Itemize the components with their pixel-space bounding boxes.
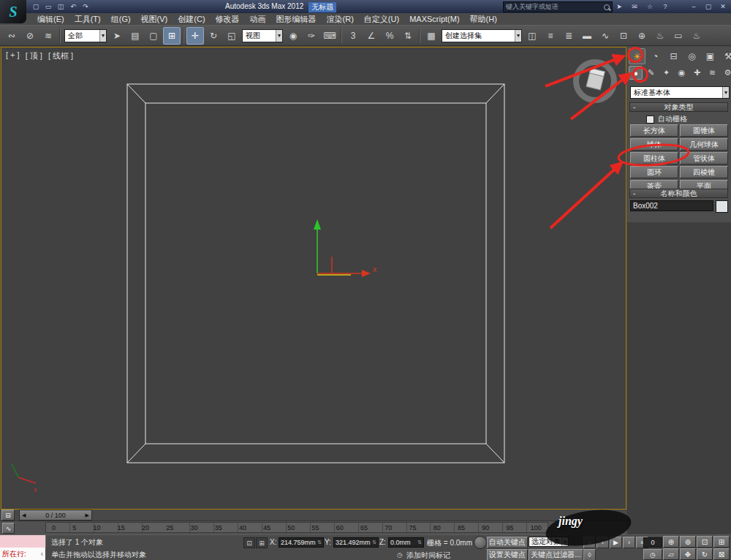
favorites-icon[interactable]: ☆	[645, 1, 655, 11]
menu-item[interactable]: 视图(V)	[136, 14, 173, 25]
viewport-menu-shading[interactable]: [ 线框 ]	[48, 50, 73, 61]
next-frame-button[interactable]: ›	[623, 537, 635, 548]
maxscript-mini-listener-pink[interactable]	[0, 535, 46, 548]
auto-key-button[interactable]: 自动关键点	[487, 537, 528, 548]
chevron-down-icon[interactable]: ▾	[276, 30, 282, 42]
subtab-geometry[interactable]: ●	[629, 66, 643, 80]
menu-item[interactable]: 渲染(R)	[322, 14, 359, 25]
autogrid-checkbox[interactable]	[646, 116, 654, 124]
tab-create[interactable]: ☀	[629, 48, 645, 64]
z-coord-field[interactable]: 0.0mm ⇅	[388, 537, 424, 548]
primitive-button[interactable]: 管状体	[680, 152, 728, 164]
schematic-view-icon[interactable]: ⊡	[615, 27, 632, 45]
chevron-down-icon[interactable]: ▾	[99, 30, 106, 42]
rollout-collapse-icon[interactable]: -	[633, 103, 635, 111]
new-scene-icon[interactable]: ▢	[31, 1, 41, 11]
primitive-button[interactable]: 长方体	[630, 124, 678, 137]
tab-motion[interactable]: ◎	[683, 48, 700, 64]
select-by-name-icon[interactable]: ▤	[126, 27, 144, 45]
window-crossing-icon[interactable]: ⊞	[163, 27, 181, 45]
zoom-all-icon[interactable]: ⊛	[680, 536, 696, 548]
pan-icon[interactable]: ✥	[680, 548, 696, 560]
subtab-helpers[interactable]: ✚	[690, 66, 704, 80]
select-and-scale-icon[interactable]: ◱	[223, 27, 240, 45]
select-and-link-icon[interactable]: ∾	[3, 27, 20, 45]
viewport-canvas[interactable]: x x	[1, 48, 626, 509]
rollout-name-color[interactable]: - 名称和颜色	[629, 189, 728, 198]
key-mode-toggle-button[interactable]: ◊	[583, 549, 596, 560]
set-key-button[interactable]: 设置关键点	[487, 549, 528, 560]
tab-utilities[interactable]: ⚒	[720, 48, 731, 64]
listener-scroll-icon[interactable]: ‹	[41, 550, 43, 558]
align-icon[interactable]: ≡	[542, 27, 559, 45]
use-pivot-center-icon[interactable]: ◉	[284, 27, 302, 45]
add-time-tag-text[interactable]: 添加时间标记	[406, 550, 450, 560]
viewport-menu-general[interactable]: [ + ]	[6, 50, 20, 61]
named-selection-set-dropdown[interactable]: 创建选择集 ▾	[442, 29, 522, 42]
select-and-rotate-icon[interactable]: ↻	[205, 27, 222, 45]
object-color-swatch[interactable]	[716, 200, 728, 213]
menu-item[interactable]: 修改器	[211, 14, 245, 25]
x-coord-field[interactable]: 214.759mm ⇅	[279, 537, 324, 548]
zoom-extents-all-icon[interactable]: ⊞	[713, 536, 730, 548]
save-file-icon[interactable]: ◫	[56, 1, 66, 11]
minimize-button[interactable]: –	[689, 1, 699, 11]
infocenter-search-input[interactable]: 键入关键字或短语	[503, 1, 613, 12]
track-bar-ruler[interactable]: 0510152025303540455055606570758085909510…	[45, 522, 548, 533]
layer-manager-icon[interactable]: ≣	[560, 27, 577, 45]
redo-icon[interactable]: ↷	[80, 1, 91, 11]
subtab-lights[interactable]: ✦	[659, 66, 673, 80]
render-production-icon[interactable]: ♨	[688, 27, 705, 45]
maximize-viewport-icon[interactable]: ⊠	[713, 548, 730, 560]
zoom-icon[interactable]: ⊕	[663, 536, 679, 548]
rectangular-selection-icon[interactable]: ▢	[145, 27, 162, 45]
menu-item[interactable]: MAXScript(M)	[404, 15, 464, 23]
angle-snap-icon[interactable]: ∠	[363, 27, 380, 45]
key-filters-button[interactable]: 关键点过滤器...	[529, 549, 583, 560]
selection-filter-dropdown[interactable]: 全部 ▾	[64, 29, 107, 42]
menu-item[interactable]: 动画	[245, 14, 271, 25]
time-slider-handle[interactable]: ◀ 0 / 100 ▶	[19, 510, 92, 521]
orbit-icon[interactable]: ↻	[697, 548, 713, 560]
graphite-ribbon-icon[interactable]: ▬	[578, 27, 596, 45]
trackbar-toggle-button[interactable]: ⊟	[1, 510, 15, 521]
add-time-tag-icon[interactable]: ◷	[395, 550, 405, 559]
subtab-space-warps[interactable]: ≋	[705, 66, 719, 80]
viewport-top[interactable]: x x [ + ] [ 顶 ] [ 线框 ]	[1, 47, 626, 510]
menu-item[interactable]: 帮助(H)	[465, 14, 502, 25]
restore-button[interactable]: ▢	[703, 1, 713, 11]
search-go-icon[interactable]: ➤	[614, 1, 624, 11]
unlink-selection-icon[interactable]: ⊘	[21, 27, 39, 45]
primitive-button[interactable]: 圆锥体	[680, 124, 728, 137]
select-and-move-icon[interactable]: ✛	[186, 27, 204, 45]
select-and-manipulate-icon[interactable]: ✑	[303, 27, 320, 45]
menu-item[interactable]: 编辑(E)	[32, 14, 69, 25]
absolute-offset-mode-icon[interactable]: ⊞	[256, 537, 268, 548]
primitive-button[interactable]: 球体	[630, 138, 678, 151]
rollout-object-type[interactable]: - 对象类型	[629, 102, 728, 112]
primitive-button[interactable]: 圆柱体	[630, 152, 678, 164]
tab-modify[interactable]: ◔	[647, 48, 664, 64]
viewport-menu-pov[interactable]: [ 顶 ]	[26, 50, 42, 61]
communication-center-icon[interactable]: ✉	[629, 1, 640, 11]
menu-item[interactable]: 图形编辑器	[271, 14, 322, 25]
rendered-frame-icon[interactable]: ▭	[670, 27, 687, 45]
open-file-icon[interactable]: ▭	[43, 1, 53, 11]
edit-named-selections-icon[interactable]: ▦	[423, 27, 440, 45]
time-configuration-button[interactable]: ◷	[643, 549, 662, 560]
current-frame-field[interactable]: 0	[643, 537, 662, 548]
snap-toggle-3d-icon[interactable]: 3	[344, 27, 362, 45]
rollout-collapse-icon[interactable]: -	[633, 189, 635, 197]
menu-item[interactable]: 自定义(U)	[359, 14, 404, 25]
bind-to-space-warp-icon[interactable]: ≋	[39, 27, 57, 45]
maxscript-mini-listener-white[interactable]: 所在行: ‹	[0, 548, 45, 560]
zoom-extents-icon[interactable]: ⊡	[697, 536, 713, 548]
spinner-snap-icon[interactable]: ⇅	[399, 27, 417, 45]
help-icon[interactable]: ?	[660, 1, 670, 11]
curve-editor-icon[interactable]: ∿	[596, 27, 614, 45]
app-logo-icon[interactable]: S	[0, 0, 26, 23]
primitive-button[interactable]: 圆环	[630, 166, 678, 178]
slider-right-icon[interactable]: ▶	[86, 512, 89, 518]
search-icon[interactable]	[604, 4, 610, 10]
subtab-systems[interactable]: ⚙	[721, 66, 731, 80]
